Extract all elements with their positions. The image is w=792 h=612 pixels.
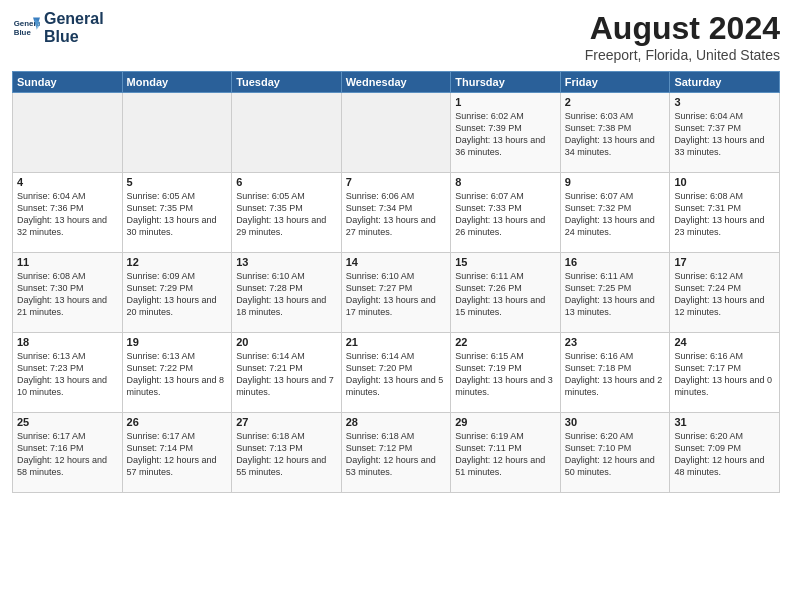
day-number: 19 [127, 336, 228, 348]
cell-info: Sunrise: 6:05 AMSunset: 7:35 PMDaylight:… [127, 190, 228, 239]
cell-info: Sunrise: 6:16 AMSunset: 7:17 PMDaylight:… [674, 350, 775, 399]
calendar-cell: 17Sunrise: 6:12 AMSunset: 7:24 PMDayligh… [670, 253, 780, 333]
logo-icon: General Blue [12, 14, 40, 42]
calendar-cell: 9Sunrise: 6:07 AMSunset: 7:32 PMDaylight… [560, 173, 670, 253]
day-number: 27 [236, 416, 337, 428]
cell-info: Sunrise: 6:04 AMSunset: 7:37 PMDaylight:… [674, 110, 775, 159]
day-number: 18 [17, 336, 118, 348]
day-number: 26 [127, 416, 228, 428]
day-number: 24 [674, 336, 775, 348]
cell-info: Sunrise: 6:08 AMSunset: 7:30 PMDaylight:… [17, 270, 118, 319]
day-number: 8 [455, 176, 556, 188]
svg-text:Blue: Blue [14, 28, 32, 37]
cell-info: Sunrise: 6:16 AMSunset: 7:18 PMDaylight:… [565, 350, 666, 399]
day-number: 15 [455, 256, 556, 268]
day-number: 31 [674, 416, 775, 428]
cell-info: Sunrise: 6:18 AMSunset: 7:12 PMDaylight:… [346, 430, 447, 479]
col-header-sunday: Sunday [13, 72, 123, 93]
month-title: August 2024 [585, 10, 780, 47]
day-number: 4 [17, 176, 118, 188]
location: Freeport, Florida, United States [585, 47, 780, 63]
calendar-cell: 16Sunrise: 6:11 AMSunset: 7:25 PMDayligh… [560, 253, 670, 333]
calendar-cell [13, 93, 123, 173]
cell-info: Sunrise: 6:11 AMSunset: 7:25 PMDaylight:… [565, 270, 666, 319]
header-row: SundayMondayTuesdayWednesdayThursdayFrid… [13, 72, 780, 93]
cell-info: Sunrise: 6:15 AMSunset: 7:19 PMDaylight:… [455, 350, 556, 399]
col-header-monday: Monday [122, 72, 232, 93]
day-number: 16 [565, 256, 666, 268]
header: General Blue General Blue August 2024 Fr… [12, 10, 780, 63]
cell-info: Sunrise: 6:18 AMSunset: 7:13 PMDaylight:… [236, 430, 337, 479]
calendar-cell: 14Sunrise: 6:10 AMSunset: 7:27 PMDayligh… [341, 253, 451, 333]
cell-info: Sunrise: 6:03 AMSunset: 7:38 PMDaylight:… [565, 110, 666, 159]
cell-info: Sunrise: 6:04 AMSunset: 7:36 PMDaylight:… [17, 190, 118, 239]
calendar-cell: 30Sunrise: 6:20 AMSunset: 7:10 PMDayligh… [560, 413, 670, 493]
week-row-2: 4Sunrise: 6:04 AMSunset: 7:36 PMDaylight… [13, 173, 780, 253]
calendar-cell: 24Sunrise: 6:16 AMSunset: 7:17 PMDayligh… [670, 333, 780, 413]
day-number: 9 [565, 176, 666, 188]
calendar-table: SundayMondayTuesdayWednesdayThursdayFrid… [12, 71, 780, 493]
day-number: 10 [674, 176, 775, 188]
cell-info: Sunrise: 6:08 AMSunset: 7:31 PMDaylight:… [674, 190, 775, 239]
cell-info: Sunrise: 6:12 AMSunset: 7:24 PMDaylight:… [674, 270, 775, 319]
calendar-cell: 11Sunrise: 6:08 AMSunset: 7:30 PMDayligh… [13, 253, 123, 333]
day-number: 30 [565, 416, 666, 428]
day-number: 12 [127, 256, 228, 268]
day-number: 25 [17, 416, 118, 428]
cell-info: Sunrise: 6:19 AMSunset: 7:11 PMDaylight:… [455, 430, 556, 479]
calendar-cell: 20Sunrise: 6:14 AMSunset: 7:21 PMDayligh… [232, 333, 342, 413]
cell-info: Sunrise: 6:17 AMSunset: 7:14 PMDaylight:… [127, 430, 228, 479]
calendar-cell: 26Sunrise: 6:17 AMSunset: 7:14 PMDayligh… [122, 413, 232, 493]
day-number: 3 [674, 96, 775, 108]
calendar-cell: 8Sunrise: 6:07 AMSunset: 7:33 PMDaylight… [451, 173, 561, 253]
day-number: 2 [565, 96, 666, 108]
col-header-tuesday: Tuesday [232, 72, 342, 93]
page-container: General Blue General Blue August 2024 Fr… [0, 0, 792, 501]
cell-info: Sunrise: 6:07 AMSunset: 7:33 PMDaylight:… [455, 190, 556, 239]
cell-info: Sunrise: 6:20 AMSunset: 7:10 PMDaylight:… [565, 430, 666, 479]
calendar-cell: 5Sunrise: 6:05 AMSunset: 7:35 PMDaylight… [122, 173, 232, 253]
calendar-cell: 6Sunrise: 6:05 AMSunset: 7:35 PMDaylight… [232, 173, 342, 253]
cell-info: Sunrise: 6:17 AMSunset: 7:16 PMDaylight:… [17, 430, 118, 479]
day-number: 23 [565, 336, 666, 348]
calendar-cell: 3Sunrise: 6:04 AMSunset: 7:37 PMDaylight… [670, 93, 780, 173]
day-number: 14 [346, 256, 447, 268]
col-header-saturday: Saturday [670, 72, 780, 93]
calendar-cell: 1Sunrise: 6:02 AMSunset: 7:39 PMDaylight… [451, 93, 561, 173]
calendar-cell [122, 93, 232, 173]
calendar-cell: 2Sunrise: 6:03 AMSunset: 7:38 PMDaylight… [560, 93, 670, 173]
day-number: 13 [236, 256, 337, 268]
day-number: 11 [17, 256, 118, 268]
cell-info: Sunrise: 6:14 AMSunset: 7:21 PMDaylight:… [236, 350, 337, 399]
day-number: 28 [346, 416, 447, 428]
calendar-cell: 22Sunrise: 6:15 AMSunset: 7:19 PMDayligh… [451, 333, 561, 413]
cell-info: Sunrise: 6:07 AMSunset: 7:32 PMDaylight:… [565, 190, 666, 239]
day-number: 17 [674, 256, 775, 268]
week-row-3: 11Sunrise: 6:08 AMSunset: 7:30 PMDayligh… [13, 253, 780, 333]
calendar-cell: 12Sunrise: 6:09 AMSunset: 7:29 PMDayligh… [122, 253, 232, 333]
calendar-cell: 4Sunrise: 6:04 AMSunset: 7:36 PMDaylight… [13, 173, 123, 253]
calendar-cell: 15Sunrise: 6:11 AMSunset: 7:26 PMDayligh… [451, 253, 561, 333]
week-row-1: 1Sunrise: 6:02 AMSunset: 7:39 PMDaylight… [13, 93, 780, 173]
day-number: 21 [346, 336, 447, 348]
calendar-cell: 7Sunrise: 6:06 AMSunset: 7:34 PMDaylight… [341, 173, 451, 253]
day-number: 6 [236, 176, 337, 188]
calendar-cell: 25Sunrise: 6:17 AMSunset: 7:16 PMDayligh… [13, 413, 123, 493]
cell-info: Sunrise: 6:14 AMSunset: 7:20 PMDaylight:… [346, 350, 447, 399]
col-header-wednesday: Wednesday [341, 72, 451, 93]
cell-info: Sunrise: 6:02 AMSunset: 7:39 PMDaylight:… [455, 110, 556, 159]
calendar-cell: 27Sunrise: 6:18 AMSunset: 7:13 PMDayligh… [232, 413, 342, 493]
day-number: 1 [455, 96, 556, 108]
day-number: 20 [236, 336, 337, 348]
calendar-cell: 13Sunrise: 6:10 AMSunset: 7:28 PMDayligh… [232, 253, 342, 333]
day-number: 5 [127, 176, 228, 188]
cell-info: Sunrise: 6:09 AMSunset: 7:29 PMDaylight:… [127, 270, 228, 319]
calendar-cell: 29Sunrise: 6:19 AMSunset: 7:11 PMDayligh… [451, 413, 561, 493]
cell-info: Sunrise: 6:11 AMSunset: 7:26 PMDaylight:… [455, 270, 556, 319]
calendar-cell: 18Sunrise: 6:13 AMSunset: 7:23 PMDayligh… [13, 333, 123, 413]
calendar-cell [341, 93, 451, 173]
cell-info: Sunrise: 6:13 AMSunset: 7:23 PMDaylight:… [17, 350, 118, 399]
title-block: August 2024 Freeport, Florida, United St… [585, 10, 780, 63]
logo-text: General Blue [44, 10, 104, 45]
calendar-cell: 21Sunrise: 6:14 AMSunset: 7:20 PMDayligh… [341, 333, 451, 413]
